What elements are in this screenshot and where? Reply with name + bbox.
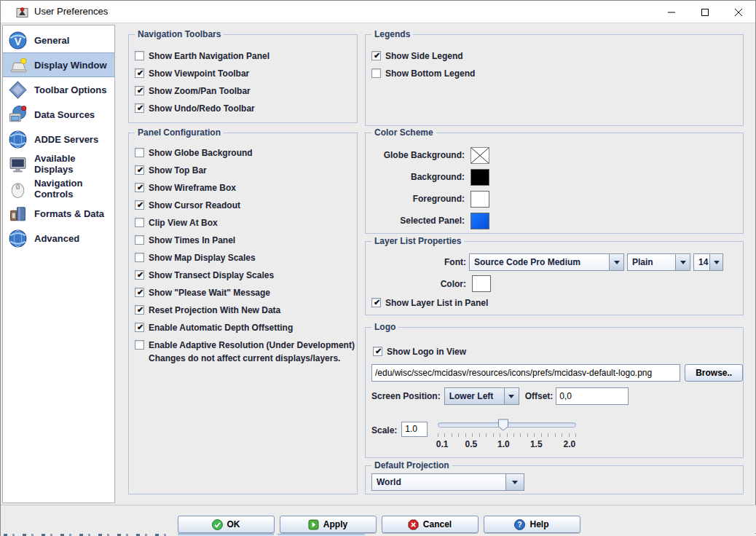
mouse-icon <box>8 179 28 199</box>
group-title: Logo <box>371 322 398 332</box>
cb-show-bottom-legend[interactable]: Show Bottom Legend <box>371 68 743 78</box>
cb-show-transect-display-scales[interactable]: Show Transect Display Scales <box>135 270 357 280</box>
sidebar-item-label: Data Sources <box>34 109 95 120</box>
chevron-down-icon[interactable] <box>609 253 624 271</box>
chevron-down-icon[interactable] <box>505 473 524 491</box>
checkbox[interactable] <box>135 235 144 245</box>
cb-show-side-legend[interactable]: Show Side Legend <box>371 51 743 60</box>
globe-background-swatch[interactable] <box>470 147 489 164</box>
font-size-dropdown[interactable]: 14 <box>693 253 723 271</box>
sidebar-item-available-displays[interactable]: Available Displays <box>3 151 114 176</box>
font-style-dropdown[interactable]: Plain <box>627 253 690 271</box>
maximize-button[interactable] <box>688 1 722 23</box>
cb-show-globe-background[interactable]: Show Globe Background <box>135 148 357 157</box>
checkbox[interactable] <box>135 51 144 60</box>
layer-color-row: Color: <box>371 275 743 292</box>
sidebar-item-toolbar-options[interactable]: Toolbar Options <box>3 77 114 102</box>
help-button[interactable]: ? Help <box>484 516 580 533</box>
checkbox[interactable] <box>135 288 144 297</box>
sidebar-item-adde-servers[interactable]: ADDE Servers <box>3 127 114 151</box>
svg-text:?: ? <box>518 521 522 529</box>
cb-show-viewpoint-toolbar[interactable]: Show Viewpoint Toolbar <box>135 68 357 78</box>
group-title: Navigation Toolbars <box>135 29 224 39</box>
foreground-color-swatch[interactable] <box>470 191 489 208</box>
checkbox[interactable] <box>135 200 144 210</box>
cb-show-map-display-scales[interactable]: Show Map Display Scales <box>135 253 357 262</box>
checkbox[interactable] <box>371 51 381 60</box>
layer-list-color-swatch[interactable] <box>472 275 491 292</box>
cb-clip-view-at-box[interactable]: Clip View At Box <box>135 218 357 227</box>
checkbox[interactable] <box>135 103 144 113</box>
cb-show-layer-list-in-panel[interactable]: Show Layer List in Panel <box>371 298 743 307</box>
color-row-background: Background: <box>371 168 743 186</box>
cb-show-cursor-readout[interactable]: Show Cursor Readout <box>135 200 357 210</box>
sidebar-item-advanced[interactable]: Advanced <box>3 226 114 251</box>
logo-path-row: /edu/wisc/ssec/mcidasv/resources/icons/p… <box>371 364 743 382</box>
cb-reset-projection-with-new-data[interactable]: Reset Projection With New Data <box>135 305 357 315</box>
sidebar-item-label: Toolbar Options <box>34 84 106 95</box>
checkbox[interactable] <box>135 183 144 192</box>
user-preferences-window: User Preferences V General Disp <box>0 0 756 536</box>
checkbox[interactable] <box>135 218 144 227</box>
dialog-button-bar: OK Apply Cancel ? Help <box>1 505 756 533</box>
browse-button[interactable]: Browse.. <box>685 364 743 382</box>
background-color-swatch[interactable] <box>470 169 489 186</box>
checkbox[interactable] <box>135 148 144 157</box>
checkbox[interactable] <box>135 165 144 175</box>
checkbox[interactable] <box>135 270 144 280</box>
checkbox[interactable] <box>135 253 144 262</box>
checkbox[interactable] <box>135 305 144 315</box>
sidebar-item-formats-data[interactable]: Formats & Data <box>3 201 114 226</box>
cb-enable-adaptive-resolution[interactable]: Enable Adaptive Resolution (Under Develo… <box>135 340 357 350</box>
cb-enable-automatic-depth-offsetting[interactable]: Enable Automatic Depth Offsetting <box>135 323 357 332</box>
checkbox[interactable] <box>373 347 382 356</box>
apply-button[interactable]: Apply <box>280 516 377 533</box>
color-row-globe-background: Globe Background: <box>371 146 743 164</box>
slider-thumb[interactable] <box>498 419 509 434</box>
sidebar-item-label: General <box>34 35 69 46</box>
cb-show-undo-redo-toolbar[interactable]: Show Undo/Redo Toolbar <box>135 103 357 113</box>
globe-icon <box>8 229 28 248</box>
offset-field[interactable]: 0,0 <box>556 387 629 405</box>
help-question-icon: ? <box>514 519 525 530</box>
font-family-dropdown[interactable]: Source Code Pro Medium <box>469 253 624 271</box>
cb-show-top-bar[interactable]: Show Top Bar <box>135 165 357 175</box>
cb-show-please-wait-message[interactable]: Show "Please Wait" Message <box>135 288 357 297</box>
ok-button[interactable]: OK <box>178 516 275 533</box>
svg-text:V: V <box>15 35 22 47</box>
chevron-down-icon[interactable] <box>709 253 723 271</box>
logo-scale-slider[interactable]: 0.1 0.5 1.0 1.5 2.0 <box>438 418 576 450</box>
selected-panel-color-swatch[interactable] <box>470 213 489 229</box>
cb-show-wireframe-box[interactable]: Show Wireframe Box <box>135 183 357 192</box>
sidebar-item-data-sources[interactable]: Data Sources <box>3 102 114 127</box>
cb-show-earth-navigation-panel[interactable]: Show Earth Navigation Panel <box>135 51 357 60</box>
close-button[interactable] <box>722 1 755 23</box>
checkbox[interactable] <box>371 298 381 307</box>
chevron-down-icon[interactable] <box>675 253 690 271</box>
group-title: Legends <box>371 29 413 39</box>
default-projection-dropdown[interactable]: World <box>371 473 524 491</box>
minimize-button[interactable] <box>655 1 688 23</box>
screen-position-dropdown[interactable]: Lower Left <box>444 387 519 405</box>
checkbox[interactable] <box>135 86 144 95</box>
globe-window-icon <box>8 105 28 125</box>
group-default-projection: Default Projection World <box>365 465 744 494</box>
checkbox[interactable] <box>371 68 381 78</box>
cb-show-zoom-pan-toolbar[interactable]: Show Zoom/Pan Toolbar <box>135 86 357 95</box>
cb-show-times-in-panel[interactable]: Show Times In Panel <box>135 235 357 245</box>
checkbox[interactable] <box>135 68 144 78</box>
title-bar: User Preferences <box>1 1 755 23</box>
checkbox[interactable] <box>135 323 144 332</box>
logo-path-field[interactable]: /edu/wisc/ssec/mcidasv/resources/icons/p… <box>371 364 680 382</box>
sidebar-item-general[interactable]: V General <box>3 28 114 52</box>
scale-field[interactable]: 1.0 <box>401 422 428 437</box>
group-legends: Legends Show Side Legend Show Bottom Leg… <box>365 34 744 126</box>
sidebar-item-label: Advanced <box>34 233 79 244</box>
cancel-button[interactable]: Cancel <box>382 516 479 533</box>
sidebar-item-display-window[interactable]: Display Window <box>3 52 114 77</box>
chevron-down-icon[interactable] <box>504 387 519 405</box>
cb-show-logo-in-view[interactable]: Show Logo in View <box>373 347 743 356</box>
sidebar-item-navigation-controls[interactable]: Navigation Controls <box>3 176 114 201</box>
checkbox[interactable] <box>135 340 144 350</box>
adaptive-resolution-note: Changes do not affect current displays/l… <box>149 353 357 363</box>
